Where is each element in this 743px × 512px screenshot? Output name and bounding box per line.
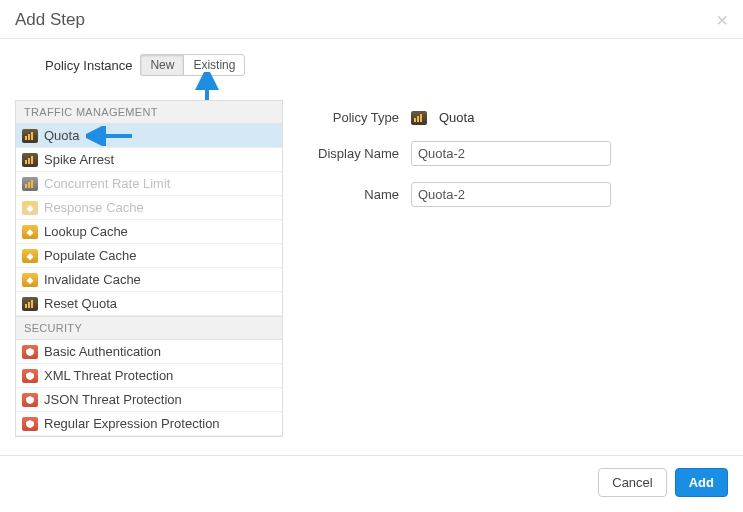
policy-item[interactable]: Spike Arrest bbox=[16, 148, 282, 172]
policy-item-label: Reset Quota bbox=[44, 296, 117, 311]
svg-rect-10 bbox=[31, 180, 33, 188]
diamond-icon bbox=[22, 201, 38, 215]
display-name-input[interactable] bbox=[411, 141, 611, 166]
svg-rect-1 bbox=[25, 136, 27, 140]
shield-icon bbox=[22, 417, 38, 431]
svg-rect-13 bbox=[26, 253, 33, 260]
name-input[interactable] bbox=[411, 182, 611, 207]
svg-rect-6 bbox=[28, 158, 30, 164]
svg-rect-17 bbox=[31, 300, 33, 308]
svg-rect-9 bbox=[28, 182, 30, 188]
bars-icon bbox=[22, 129, 38, 143]
svg-rect-5 bbox=[25, 160, 27, 164]
dialog-footer: Cancel Add bbox=[0, 455, 743, 509]
svg-rect-7 bbox=[31, 156, 33, 164]
policy-item-label: Regular Expression Protection bbox=[44, 416, 220, 431]
new-button[interactable]: New bbox=[140, 54, 183, 76]
policy-item-label: Basic Authentication bbox=[44, 344, 161, 359]
svg-rect-16 bbox=[28, 302, 30, 308]
policy-item-label: JSON Threat Protection bbox=[44, 392, 182, 407]
category-header: SECURITY bbox=[16, 316, 282, 340]
display-name-label: Display Name bbox=[299, 146, 399, 161]
shield-icon bbox=[22, 393, 38, 407]
policy-item-label: Quota bbox=[44, 128, 79, 143]
svg-rect-15 bbox=[25, 304, 27, 308]
policy-item-label: Concurrent Rate Limit bbox=[44, 176, 170, 191]
policy-instance-row: Policy Instance New Existing bbox=[45, 54, 728, 76]
policy-item[interactable]: JSON Threat Protection bbox=[16, 388, 282, 412]
policy-item-label: Response Cache bbox=[44, 200, 144, 215]
existing-button[interactable]: Existing bbox=[183, 54, 245, 76]
policy-item[interactable]: Regular Expression Protection bbox=[16, 412, 282, 436]
annotation-arrow-left-icon bbox=[86, 126, 134, 146]
dialog-title: Add Step bbox=[15, 10, 85, 30]
add-button[interactable]: Add bbox=[675, 468, 728, 497]
svg-rect-19 bbox=[417, 116, 419, 122]
policy-item[interactable]: Lookup Cache bbox=[16, 220, 282, 244]
cancel-button[interactable]: Cancel bbox=[598, 468, 666, 497]
diamond-icon bbox=[22, 249, 38, 263]
svg-rect-11 bbox=[26, 205, 33, 212]
shield-icon bbox=[22, 345, 38, 359]
policy-item: Concurrent Rate Limit bbox=[16, 172, 282, 196]
policy-form: Policy Type Quota Display Name Name bbox=[299, 100, 728, 437]
policy-item[interactable]: Quota bbox=[16, 124, 282, 148]
policy-item: Response Cache bbox=[16, 196, 282, 220]
policy-item[interactable]: Basic Authentication bbox=[16, 340, 282, 364]
dialog-body: Policy Instance New Existing TRAFFIC MAN… bbox=[0, 39, 743, 437]
policy-instance-toggle: New Existing bbox=[140, 54, 245, 76]
policy-item[interactable]: Populate Cache bbox=[16, 244, 282, 268]
policy-item[interactable]: Reset Quota bbox=[16, 292, 282, 316]
dialog-header: Add Step × bbox=[0, 0, 743, 39]
svg-rect-8 bbox=[25, 184, 27, 188]
policy-item[interactable]: XML Threat Protection bbox=[16, 364, 282, 388]
svg-rect-20 bbox=[420, 114, 422, 122]
policy-item-label: Invalidate Cache bbox=[44, 272, 141, 287]
annotation-arrow-up-icon bbox=[195, 72, 219, 102]
bars-icon bbox=[411, 111, 427, 125]
close-icon[interactable]: × bbox=[716, 10, 728, 30]
name-label: Name bbox=[299, 187, 399, 202]
add-step-dialog: Add Step × Policy Instance New Existing … bbox=[0, 0, 743, 509]
svg-rect-2 bbox=[28, 134, 30, 140]
policy-instance-label: Policy Instance bbox=[45, 58, 132, 73]
policy-item-label: Populate Cache bbox=[44, 248, 137, 263]
policy-type-value: Quota bbox=[411, 110, 474, 125]
policy-item[interactable]: Invalidate Cache bbox=[16, 268, 282, 292]
svg-rect-18 bbox=[414, 118, 416, 122]
shield-icon bbox=[22, 369, 38, 383]
policy-item-label: XML Threat Protection bbox=[44, 368, 173, 383]
svg-rect-3 bbox=[31, 132, 33, 140]
policy-type-label: Policy Type bbox=[299, 110, 399, 125]
bars-icon bbox=[22, 153, 38, 167]
policy-item-label: Lookup Cache bbox=[44, 224, 128, 239]
svg-rect-14 bbox=[26, 277, 33, 284]
policy-list[interactable]: TRAFFIC MANAGEMENTQuotaSpike ArrestConcu… bbox=[15, 100, 283, 437]
diamond-icon bbox=[22, 225, 38, 239]
policy-type-text: Quota bbox=[439, 110, 474, 125]
svg-rect-12 bbox=[26, 229, 33, 236]
bars-icon bbox=[22, 297, 38, 311]
policy-item-label: Spike Arrest bbox=[44, 152, 114, 167]
category-header: TRAFFIC MANAGEMENT bbox=[16, 101, 282, 124]
bars-icon bbox=[22, 177, 38, 191]
diamond-icon bbox=[22, 273, 38, 287]
